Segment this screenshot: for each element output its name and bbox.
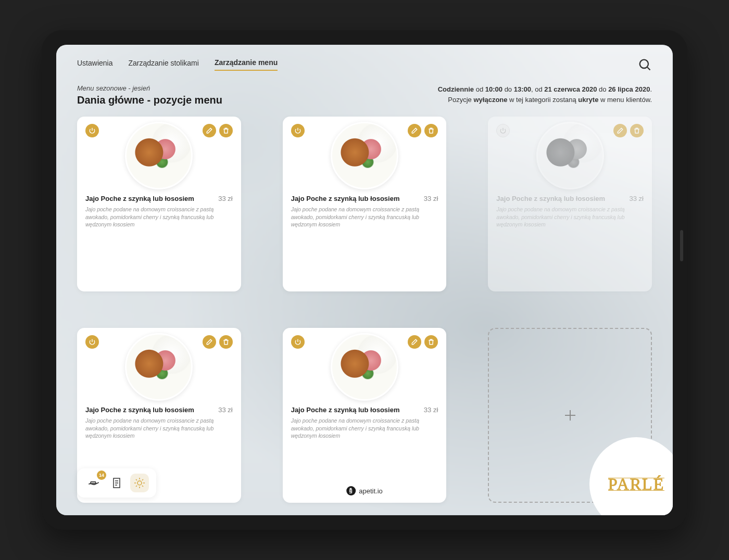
svg-point-5: [137, 481, 142, 485]
delete-button[interactable]: [424, 335, 438, 349]
edit-icon: [411, 338, 418, 346]
toggle-power-button[interactable]: [291, 335, 305, 349]
delete-button[interactable]: [424, 124, 438, 137]
edit-button[interactable]: [408, 335, 421, 349]
dish-description: Jajo poche podane na domowym croissancie…: [85, 417, 233, 440]
toggle-power-button[interactable]: [291, 124, 305, 137]
dish-description: Jajo poche podane na domowym croissancie…: [85, 206, 233, 228]
svg-point-0: [640, 60, 648, 68]
power-icon: [89, 338, 96, 346]
dish-price: 33 zł: [424, 195, 438, 202]
info-date-start: 21 czerwca 2020: [544, 85, 597, 93]
dish-title: Jajo Poche z szynką lub łososiem: [291, 406, 400, 414]
edit-icon: [206, 127, 213, 134]
search-button[interactable]: [637, 57, 652, 72]
brand-footer: Ⳃ apetit.io: [346, 486, 383, 495]
toggle-power-button[interactable]: [85, 124, 99, 137]
power-icon: [499, 127, 507, 134]
dish-title: Jajo Poche z szynką lub łososiem: [85, 195, 194, 202]
search-icon: [637, 57, 652, 72]
menu-grid: Jajo Poche z szynką lub łososiem 33 zł J…: [77, 117, 652, 503]
menu-item-card[interactable]: Jajo Poche z szynką lub łososiem 33 zł J…: [77, 117, 241, 291]
header-info: Codziennie od 10:00 do 13:00, od 21 czer…: [438, 84, 652, 105]
nav-item-tables[interactable]: Zarządzanie stolikami: [128, 59, 198, 70]
dish-image: [536, 122, 604, 189]
dish-description: Jajo poche podane na domowym croissancie…: [496, 206, 644, 228]
toggle-power-button[interactable]: [496, 124, 510, 137]
dish-price: 33 zł: [218, 406, 232, 414]
power-icon: [294, 127, 301, 134]
nav-item-settings[interactable]: Ustawienia: [77, 59, 112, 70]
edit-icon: [617, 127, 624, 134]
screen: Ustawienia Zarządzanie stolikami Zarządz…: [56, 45, 673, 515]
dish-image: [331, 122, 398, 189]
svg-line-1: [647, 67, 650, 70]
breadcrumb: Menu sezonowe - jesień: [77, 84, 222, 92]
top-nav: Ustawienia Zarządzanie stolikami Zarządz…: [77, 57, 652, 72]
nav-item-menu[interactable]: Zarządzanie menu: [215, 58, 278, 71]
trash-icon: [222, 338, 230, 346]
edit-icon: [411, 127, 418, 134]
delete-button[interactable]: [219, 335, 233, 349]
dish-image: [331, 333, 398, 401]
dish-title: Jajo Poche z szynką lub łososiem: [496, 195, 605, 202]
delete-button[interactable]: [630, 124, 644, 137]
menu-item-card[interactable]: Jajo Poche z szynką lub łososiem 33 zł J…: [283, 328, 447, 503]
plus-icon: [562, 408, 578, 423]
edit-button[interactable]: [613, 124, 627, 137]
dish-description: Jajo poche podane na domowym croissancie…: [291, 417, 438, 440]
receipt-icon: [110, 477, 123, 489]
trash-icon: [633, 127, 640, 134]
dish-title: Jajo Poche z szynką lub łososiem: [291, 195, 400, 202]
info-date-end: 26 lipca 2020: [608, 85, 650, 93]
page-title: Dania główne - pozycje menu: [77, 94, 222, 106]
orders-badge: 14: [97, 470, 106, 480]
settings-gear-button[interactable]: [130, 474, 149, 492]
menu-item-card[interactable]: Jajo Poche z szynką lub łososiem 33 zł J…: [283, 117, 447, 291]
header-left: Menu sezonowe - jesień Dania główne - po…: [77, 84, 222, 106]
edit-button[interactable]: [203, 335, 216, 349]
brand-name: apetit.io: [359, 487, 383, 495]
power-icon: [294, 338, 301, 346]
gear-sun-icon: [133, 477, 146, 489]
trash-icon: [428, 338, 435, 346]
dish-price: 33 zł: [218, 195, 232, 202]
orders-button[interactable]: 14: [84, 474, 103, 492]
menu-item-card-disabled[interactable]: Jajo Poche z szynką lub łososiem 33 zł J…: [488, 117, 652, 291]
info-daily-label: Codziennie: [438, 85, 474, 93]
content-area: Ustawienia Zarządzanie stolikami Zarządz…: [56, 45, 673, 515]
delete-button[interactable]: [219, 124, 233, 137]
edit-icon: [206, 338, 213, 346]
receipts-button[interactable]: [107, 474, 126, 492]
info-time-start: 10:00: [485, 85, 502, 93]
page-header: Menu sezonowe - jesień Dania główne - po…: [77, 84, 652, 106]
dish-price: 33 zł: [424, 406, 438, 414]
trash-icon: [428, 127, 435, 134]
restaurant-logo-text: PARLÉ: [608, 475, 664, 494]
dish-image: [125, 333, 193, 401]
trash-icon: [222, 127, 230, 134]
tablet-frame: Ustawienia Zarządzanie stolikami Zarządz…: [42, 30, 687, 530]
toggle-power-button[interactable]: [85, 335, 99, 349]
edit-button[interactable]: [203, 124, 216, 137]
bottom-toolbar: 14: [77, 468, 156, 498]
power-icon: [89, 127, 96, 134]
dish-price: 33 zł: [630, 195, 644, 202]
dish-title: Jajo Poche z szynką lub łososiem: [85, 406, 194, 414]
edit-button[interactable]: [408, 124, 421, 137]
brand-logo-icon: Ⳃ: [346, 486, 356, 495]
info-time-end: 13:00: [514, 85, 531, 93]
dish-description: Jajo poche podane na domowym croissancie…: [291, 206, 438, 228]
dish-image: [125, 122, 193, 189]
